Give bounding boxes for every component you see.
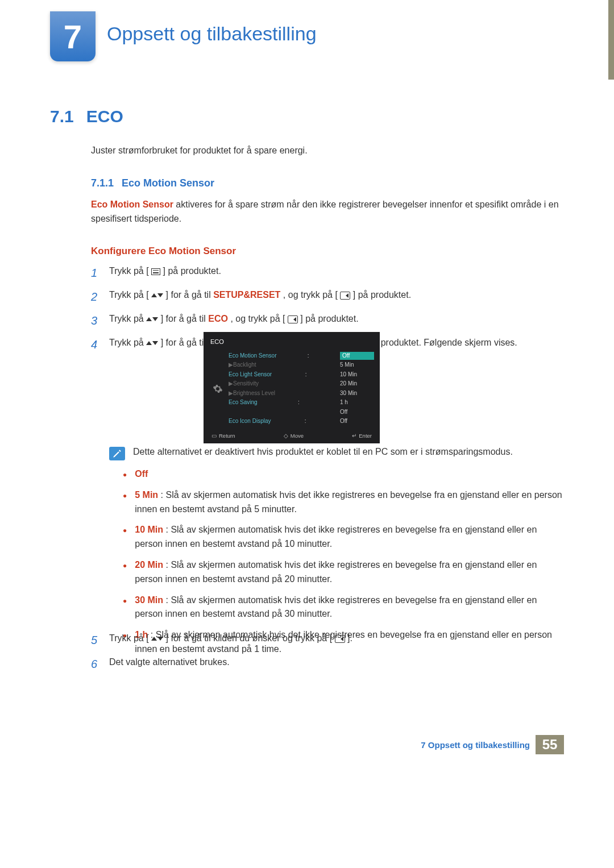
enter-icon: ↵: [352, 432, 356, 440]
osd-menu: Eco Motion Sensor:Off ▶Backlight5 Min Ec…: [229, 351, 374, 426]
right-color-stripe: [608, 0, 614, 80]
note-text: Dette alternativet er deaktivert hvis pr…: [133, 447, 513, 457]
step-text: Det valgte alternativet brukes.: [109, 655, 230, 670]
osd-value: 30 Min: [340, 389, 374, 398]
step-text: Trykk på ] for å gå til ECO , og trykk p…: [109, 312, 359, 326]
osd-screenshot: ECO Eco Motion Sensor:Off ▶Backlight5 Mi…: [204, 332, 380, 443]
bullet-icon: ●: [123, 558, 127, 587]
subsection-bold-term: Eco Motion Sensor: [91, 200, 173, 209]
list-item: ● 20 Min : Slå av skjermen automatisk hv…: [123, 558, 564, 587]
osd-value: Off: [340, 408, 374, 417]
step-1: 1 Trykk på [ ] på produktet.: [91, 264, 564, 282]
chapter-number: 7: [64, 18, 82, 56]
osd-item: Eco Icon Display: [229, 417, 271, 426]
enter-icon: [335, 635, 345, 643]
footer-page-number: 55: [536, 735, 564, 754]
note-row: Dette alternativet er deaktivert hvis pr…: [109, 447, 564, 460]
step-5: 5 Trykk på [ ] for å gå til kilden du øn…: [91, 631, 564, 649]
step-number: 2: [91, 288, 100, 306]
step-number: 4: [91, 335, 100, 354]
step-6: 6 Det valgte alternativet brukes.: [91, 655, 564, 673]
menu-icon: [151, 268, 160, 275]
page-footer: 7 Oppsett og tilbakestilling 55: [0, 735, 614, 754]
osd-item: Eco Light Sensor: [229, 371, 272, 379]
osd-title: ECO: [209, 337, 374, 351]
bullet-icon: ●: [123, 488, 127, 517]
subsection-title: Eco Motion Sensor: [122, 177, 214, 189]
chapter-title: Oppsett og tilbakestilling: [107, 23, 317, 45]
osd-item: ▶Backlight: [229, 361, 256, 369]
subsection-heading: 7.1.1 Eco Motion Sensor: [91, 177, 214, 189]
bullet-icon: ●: [123, 523, 127, 551]
subsection-number: 7.1.1: [91, 177, 114, 189]
step-text: Trykk på [ ] for å gå til kilden du ønsk…: [109, 631, 352, 646]
menu-icon: ▭: [211, 432, 217, 440]
step-text: Trykk på [ ] på produktet.: [109, 264, 221, 279]
osd-footer: ▭Return ◇Move ↵Enter: [209, 426, 374, 440]
list-item: ● 30 Min : Slå av skjermen automatisk hv…: [123, 593, 564, 622]
up-down-icon: [146, 317, 158, 321]
step-list-tail: 5 Trykk på [ ] for å gå til kilden du øn…: [91, 631, 564, 679]
osd-value-highlight: Off: [340, 352, 374, 360]
gear-icon: [211, 351, 224, 426]
osd-value: 1 h: [340, 398, 374, 407]
step-number: 1: [91, 264, 100, 282]
osd-value: Off: [340, 417, 374, 426]
osd-item: ▶Brightness Level: [229, 389, 275, 398]
up-down-icon: [151, 293, 163, 297]
up-down-icon: [146, 341, 158, 345]
subsection-description: Eco Motion Sensor aktiveres for å spare …: [91, 198, 564, 226]
section-title: ECO: [86, 107, 123, 126]
step-number: 5: [91, 631, 100, 649]
note-icon: [109, 447, 125, 460]
step-2: 2 Trykk på [ ] for å gå til SETUP&RESET …: [91, 288, 564, 306]
enter-icon: [340, 292, 350, 300]
config-heading: Konfigurere Eco Motion Sensor: [91, 246, 236, 257]
osd-value: 5 Min: [340, 361, 374, 369]
section-number: 7.1: [50, 107, 74, 126]
step-text: Trykk på [ ] for å gå til SETUP&RESET , …: [109, 288, 411, 302]
bullet-icon: ●: [123, 467, 127, 481]
section-heading: 7.1 ECO: [50, 107, 123, 126]
step-3: 3 Trykk på ] for å gå til ECO , og trykk…: [91, 312, 564, 330]
step-number: 3: [91, 312, 100, 330]
list-item: ● Off: [123, 467, 564, 481]
osd-item: Eco Motion Sensor: [229, 352, 277, 360]
section-intro: Juster strømforbruket for produktet for …: [91, 146, 308, 156]
chapter-number-tab: 7: [50, 11, 96, 61]
list-item: ● 10 Min : Slå av skjermen automatisk hv…: [123, 523, 564, 551]
list-item: ● 5 Min : Slå av skjermen automatisk hvi…: [123, 488, 564, 517]
osd-item: Eco Saving: [229, 398, 258, 407]
osd-value: 20 Min: [340, 380, 374, 388]
move-icon: ◇: [284, 432, 288, 440]
up-down-icon: [151, 637, 163, 641]
osd-value: 10 Min: [340, 371, 374, 379]
bullet-icon: ●: [123, 593, 127, 622]
osd-body: Eco Motion Sensor:Off ▶Backlight5 Min Ec…: [209, 351, 374, 426]
step-number: 6: [91, 655, 100, 673]
osd-item: ▶Sensitivity: [229, 380, 259, 388]
enter-icon: [288, 315, 298, 323]
footer-text: 7 Oppsett og tilbakestilling: [421, 740, 530, 750]
